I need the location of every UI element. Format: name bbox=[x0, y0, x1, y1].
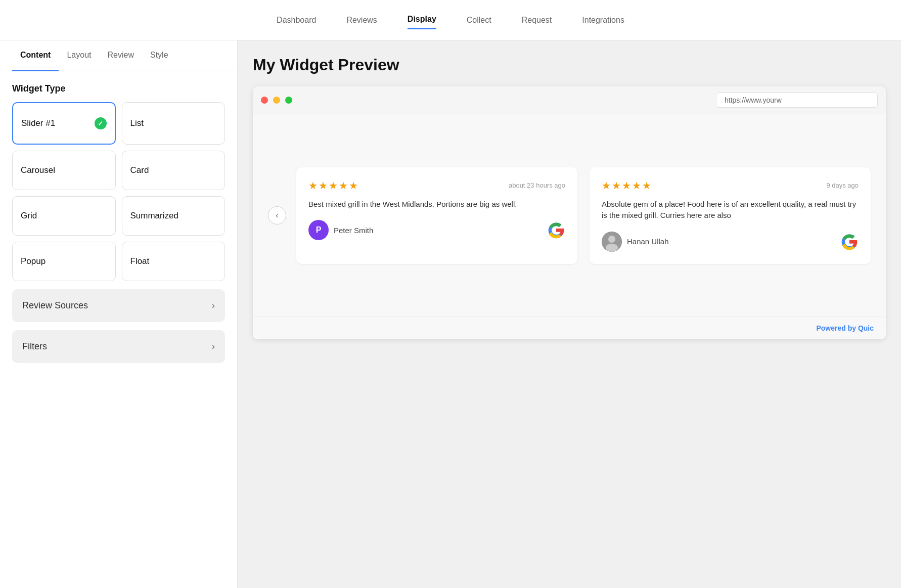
avatar-1: P bbox=[308, 220, 329, 240]
nav-reviews[interactable]: Reviews bbox=[346, 12, 377, 29]
review-time-1: about 23 hours ago bbox=[509, 182, 565, 189]
widget-preview-area: ‹ ★ ★ ★ ★ ★ about 23 bbox=[253, 114, 886, 316]
stars-2: ★ ★ ★ ★ ★ bbox=[602, 179, 651, 192]
star-2-3: ★ bbox=[622, 179, 631, 192]
widget-btn-slider[interactable]: Slider #1 bbox=[12, 102, 116, 145]
browser-mockup: https://www.yourw ‹ ★ ★ ★ ★ bbox=[253, 86, 886, 339]
reviewer-name-1: Peter Smith bbox=[334, 226, 373, 235]
review-sources-label: Review Sources bbox=[22, 300, 88, 311]
review-time-2: 9 days ago bbox=[826, 182, 859, 189]
tab-content[interactable]: Content bbox=[12, 40, 59, 71]
browser-bar: https://www.yourw bbox=[253, 86, 886, 114]
widget-btn-card[interactable]: Card bbox=[122, 151, 226, 190]
review-text-1: Best mixed grill in the West Midlands. P… bbox=[308, 199, 565, 210]
star-2-2: ★ bbox=[612, 179, 621, 192]
review-card-2: ★ ★ ★ ★ ★ 9 days ago Absolute gem of a p… bbox=[590, 167, 871, 264]
widget-btn-summarized[interactable]: Summarized bbox=[122, 196, 226, 236]
nav-dashboard[interactable]: Dashboard bbox=[277, 12, 316, 29]
browser-dot-red bbox=[261, 97, 268, 104]
left-panel: Content Layout Review Style Widget Type … bbox=[0, 40, 238, 588]
nav-collect[interactable]: Collect bbox=[467, 12, 491, 29]
star-1-4: ★ bbox=[339, 179, 348, 192]
star-1-2: ★ bbox=[319, 179, 328, 192]
widget-btn-popup[interactable]: Popup bbox=[12, 242, 116, 281]
filters-section[interactable]: Filters › bbox=[12, 330, 225, 363]
review-header-2: ★ ★ ★ ★ ★ 9 days ago bbox=[602, 179, 859, 192]
browser-dot-yellow bbox=[273, 97, 280, 104]
google-icon-1 bbox=[547, 221, 565, 239]
review-sources-section[interactable]: Review Sources › bbox=[12, 289, 225, 322]
review-sources-chevron-icon: › bbox=[212, 300, 215, 311]
url-bar: https://www.yourw bbox=[716, 93, 878, 108]
tab-style[interactable]: Style bbox=[142, 40, 176, 71]
preview-title: My Widget Preview bbox=[253, 56, 886, 74]
tab-bar: Content Layout Review Style bbox=[0, 40, 237, 71]
widget-btn-float[interactable]: Float bbox=[122, 242, 226, 281]
prev-arrow[interactable]: ‹ bbox=[268, 206, 286, 224]
star-1-3: ★ bbox=[329, 179, 338, 192]
star-1-5: ★ bbox=[349, 179, 358, 192]
review-card-1: ★ ★ ★ ★ ★ about 23 hours ago Best mixed … bbox=[296, 167, 577, 264]
reviewer-info-2: Hanan Ullah bbox=[602, 232, 669, 252]
widget-btn-list[interactable]: List bbox=[122, 102, 226, 145]
filters-chevron-icon: › bbox=[212, 341, 215, 352]
review-text-2: Absolute gem of a place! Food here is of… bbox=[602, 199, 859, 221]
filters-label: Filters bbox=[22, 341, 47, 352]
review-header-1: ★ ★ ★ ★ ★ about 23 hours ago bbox=[308, 179, 565, 192]
widget-type-grid: Slider #1 List Carousel Card Grid Summar… bbox=[0, 102, 237, 281]
tab-review[interactable]: Review bbox=[99, 40, 142, 71]
stars-1: ★ ★ ★ ★ ★ bbox=[308, 179, 358, 192]
right-panel: My Widget Preview https://www.yourw ‹ bbox=[238, 40, 901, 588]
tab-layout[interactable]: Layout bbox=[59, 40, 99, 71]
top-nav: Dashboard Reviews Display Collect Reques… bbox=[0, 0, 901, 40]
reviewer-row-1: P Peter Smith bbox=[308, 220, 565, 240]
selected-check-icon bbox=[95, 117, 107, 129]
widget-type-heading: Widget Type bbox=[0, 71, 237, 102]
svg-point-2 bbox=[606, 244, 618, 252]
browser-dot-green bbox=[285, 97, 292, 104]
nav-integrations[interactable]: Integrations bbox=[582, 12, 624, 29]
powered-by-brand: Quic bbox=[858, 324, 874, 332]
reviewer-name-2: Hanan Ullah bbox=[627, 237, 669, 246]
star-2-1: ★ bbox=[602, 179, 611, 192]
widget-btn-grid[interactable]: Grid bbox=[12, 196, 116, 236]
google-icon-2 bbox=[840, 233, 859, 251]
widget-btn-carousel[interactable]: Carousel bbox=[12, 151, 116, 190]
nav-request[interactable]: Request bbox=[522, 12, 552, 29]
reviews-row: ★ ★ ★ ★ ★ about 23 hours ago Best mixed … bbox=[296, 167, 871, 264]
reviewer-row-2: Hanan Ullah bbox=[602, 232, 859, 252]
star-1-1: ★ bbox=[308, 179, 318, 192]
avatar-2 bbox=[602, 232, 622, 252]
avatar-photo-icon bbox=[602, 232, 622, 252]
star-2-5: ★ bbox=[642, 179, 651, 192]
svg-point-1 bbox=[608, 236, 615, 243]
powered-by: Powered by Quic bbox=[253, 316, 886, 339]
main-layout: Content Layout Review Style Widget Type … bbox=[0, 40, 901, 588]
star-2-4: ★ bbox=[632, 179, 641, 192]
reviewer-info-1: P Peter Smith bbox=[308, 220, 373, 240]
nav-display[interactable]: Display bbox=[408, 11, 436, 29]
